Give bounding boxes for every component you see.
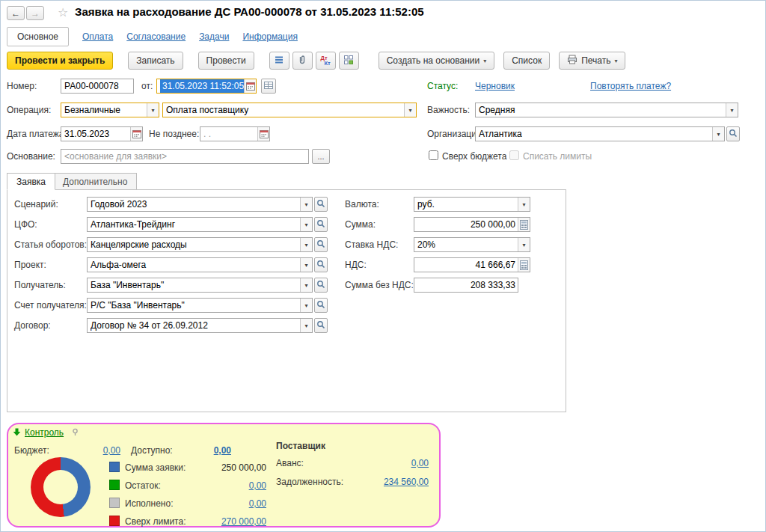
tab-tasks[interactable]: Задачи [199, 31, 229, 42]
chevron-down-icon[interactable]: ▾ [300, 258, 312, 272]
calculator-icon[interactable] [518, 258, 530, 272]
chevron-down-icon[interactable]: ▾ [300, 319, 312, 332]
basis-input[interactable] [64, 151, 308, 162]
operation-input[interactable] [64, 105, 147, 115]
project-input[interactable] [91, 260, 300, 270]
sum-field[interactable] [414, 217, 530, 232]
chevron-down-icon[interactable]: ▾ [518, 238, 530, 251]
not-later-input[interactable] [203, 129, 257, 139]
scenario-field[interactable]: ▾ [87, 197, 313, 212]
control-expander-icon[interactable] [13, 428, 21, 438]
number-field[interactable] [61, 79, 134, 94]
vat-rate-input[interactable] [417, 239, 518, 250]
attachments-button[interactable] [292, 52, 313, 70]
sum-wo-vat-input[interactable] [417, 280, 518, 290]
repeat-payment-link[interactable]: Повторять платеж? [590, 81, 671, 91]
project-open-button[interactable] [314, 257, 328, 272]
basis-field[interactable] [61, 149, 309, 164]
organization-input[interactable] [479, 129, 712, 139]
chevron-down-icon[interactable]: ▾ [712, 127, 724, 141]
legend-remainder-value-link[interactable]: 0,00 [188, 480, 266, 491]
create-based-on-button[interactable]: Создать на основании ▾ [379, 52, 495, 70]
tab-payment[interactable]: Оплата [82, 31, 113, 42]
cfo-open-button[interactable] [314, 217, 328, 232]
legend-over-limit-value-link[interactable]: 270 000,00 [188, 516, 266, 527]
over-budget-checkbox[interactable] [429, 150, 438, 160]
chevron-down-icon[interactable]: ▾ [300, 218, 312, 231]
currency-field[interactable]: ▾ [414, 197, 530, 212]
save-button[interactable]: Записать [128, 52, 183, 70]
chevron-down-icon[interactable]: ▾ [404, 103, 416, 117]
calendar-icon[interactable] [257, 127, 269, 141]
chevron-down-icon[interactable]: ▾ [300, 299, 312, 312]
scenario-input[interactable] [91, 199, 300, 210]
pay-date-input[interactable] [64, 129, 130, 139]
tab-info[interactable]: Информация [242, 31, 297, 42]
recipient-input[interactable] [91, 280, 300, 290]
print-button[interactable]: Печать ▾ [559, 52, 625, 70]
vat-input[interactable] [417, 260, 518, 270]
cfo-input[interactable] [91, 219, 300, 230]
back-button[interactable]: ← [7, 6, 25, 20]
tab-approval[interactable]: Согласование [126, 31, 186, 42]
recipient-account-field[interactable]: ▾ [87, 298, 313, 313]
advance-value-link[interactable]: 0,00 [360, 458, 429, 468]
debt-value-link[interactable]: 234 560,00 [349, 477, 429, 487]
budget-value-link[interactable]: 0,00 [85, 445, 120, 456]
turnover-item-input[interactable] [91, 239, 300, 250]
importance-input[interactable] [479, 105, 726, 115]
vat-field[interactable] [414, 257, 530, 272]
available-value-link[interactable]: 0,00 [197, 445, 231, 456]
chevron-down-icon[interactable]: ▾ [300, 278, 312, 292]
turnover-item-field[interactable]: ▾ [87, 237, 313, 252]
tab-request[interactable]: Заявка [7, 173, 55, 190]
operation-type-input[interactable] [166, 105, 404, 115]
tab-additional[interactable]: Дополнительно [53, 173, 137, 190]
sum-wo-vat-field[interactable] [414, 278, 518, 293]
tab-main[interactable]: Основное [7, 27, 69, 46]
pin-icon[interactable] [71, 428, 79, 438]
recipient-account-open-button[interactable] [314, 298, 328, 313]
operation-type-field[interactable]: ▾ [162, 103, 417, 117]
project-field[interactable]: ▾ [87, 257, 313, 272]
sum-input[interactable] [417, 219, 518, 230]
legend-executed-value-link[interactable]: 0,00 [188, 498, 266, 509]
organization-open-button[interactable] [726, 126, 740, 141]
contract-input[interactable] [91, 320, 300, 331]
status-value-link[interactable]: Черновик [475, 81, 515, 91]
recipient-field[interactable]: ▾ [87, 278, 313, 293]
not-later-field[interactable] [200, 126, 270, 141]
number-input[interactable] [64, 81, 133, 91]
vat-rate-field[interactable]: ▾ [414, 237, 530, 252]
currency-input[interactable] [417, 199, 518, 210]
chevron-down-icon[interactable]: ▾ [147, 103, 159, 117]
basis-more-button[interactable]: ... [312, 149, 330, 164]
recipient-open-button[interactable] [314, 278, 328, 293]
chevron-down-icon[interactable]: ▾ [300, 198, 312, 211]
chevron-down-icon[interactable]: ▾ [518, 198, 530, 211]
related-documents-button[interactable] [339, 52, 359, 70]
chevron-down-icon[interactable]: ▾ [300, 238, 312, 251]
organization-field[interactable]: ▾ [475, 126, 725, 141]
contract-open-button[interactable] [314, 318, 328, 333]
cfo-field[interactable]: ▾ [87, 217, 313, 232]
calendar-icon[interactable] [130, 127, 142, 141]
debit-credit-button[interactable]: ДтКт [316, 52, 336, 70]
calendar-icon[interactable] [244, 79, 256, 93]
pay-date-field[interactable] [61, 126, 143, 141]
list-button[interactable]: Список [503, 52, 550, 70]
scenario-open-button[interactable] [314, 197, 328, 212]
control-link[interactable]: Контроль [25, 427, 64, 438]
report-structure-button[interactable] [269, 52, 289, 70]
forward-button[interactable]: → [26, 6, 44, 20]
recipient-account-input[interactable] [91, 300, 300, 311]
favorite-star-icon[interactable]: ☆ [58, 5, 68, 19]
operation-field[interactable]: ▾ [61, 103, 159, 117]
chevron-down-icon[interactable]: ▾ [726, 103, 738, 117]
turnover-item-open-button[interactable] [314, 237, 328, 252]
contract-field[interactable]: ▾ [87, 318, 313, 333]
post-button[interactable]: Провести [198, 52, 254, 70]
document-datetime-field[interactable]: 31.05.2023 11:52:05 [156, 79, 257, 94]
importance-field[interactable]: ▾ [475, 103, 738, 117]
calculator-icon[interactable] [518, 218, 530, 231]
